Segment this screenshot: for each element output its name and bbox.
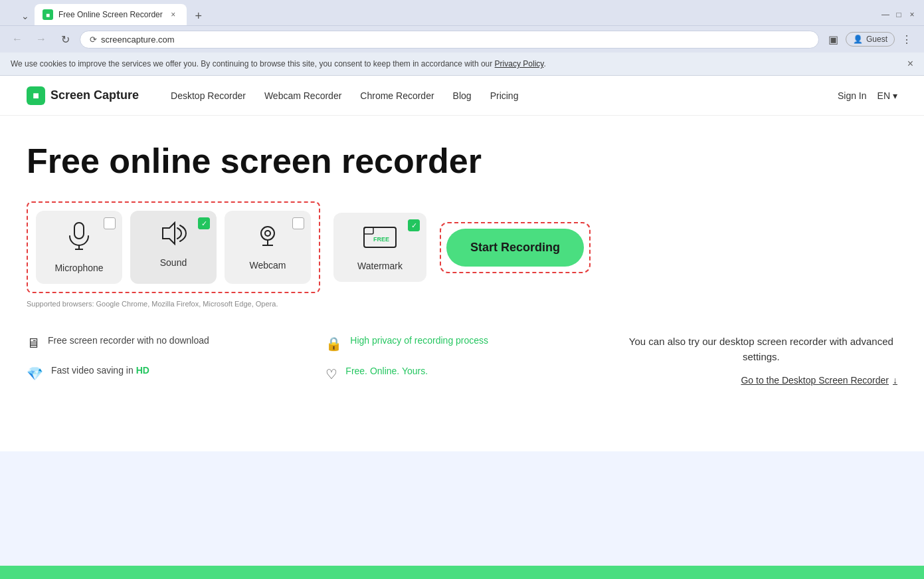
tab-close-button[interactable]: ×	[168, 9, 179, 20]
lock-icon: 🔒	[325, 336, 342, 352]
nav-chrome-recorder[interactable]: Chrome Recorder	[360, 90, 434, 101]
browser-menu-button[interactable]: ⋮	[897, 30, 916, 49]
tab-list-button[interactable]: ⌄	[19, 7, 32, 25]
start-recording-box: Start Recording	[440, 222, 591, 273]
supported-browsers-text: Supported browsers: Google Chrome, Mozil…	[27, 300, 897, 308]
sound-option[interactable]: ✓ Sound	[130, 211, 217, 284]
recording-controls: Microphone ✓ Sound	[27, 201, 897, 293]
signin-link[interactable]: Sign In	[838, 90, 867, 101]
feature-no-download-text: Free screen recorder with no download	[48, 334, 209, 348]
sound-label: Sound	[160, 257, 187, 268]
nav-pricing[interactable]: Pricing	[490, 90, 519, 101]
watermark-option[interactable]: ✓ FREE Watermark	[333, 213, 426, 282]
webcam-label: Webcam	[250, 260, 286, 271]
url-icon: ⟳	[90, 35, 97, 45]
sound-icon	[160, 221, 187, 251]
webcam-option[interactable]: Webcam	[225, 211, 311, 284]
title-bar: ⌄ ■ Free Online Screen Recorder × + — □ …	[0, 0, 924, 25]
page-content: We use cookies to improve the services w…	[0, 53, 924, 451]
window-right-controls: — □ ×	[880, 9, 917, 20]
svg-marker-3	[163, 223, 175, 244]
feature-hd-text: Fast video saving in HD	[51, 364, 149, 378]
chevron-down-icon: ▾	[893, 90, 897, 101]
feature-no-download: 🖥 Free screen recorder with no download	[27, 334, 299, 351]
url-text: screencapture.com	[101, 35, 809, 45]
nav-blog[interactable]: Blog	[453, 90, 472, 101]
reload-button[interactable]: ↻	[56, 30, 74, 49]
back-button[interactable]: ←	[8, 30, 27, 49]
logo-text: Screen Capture	[50, 88, 139, 102]
svg-rect-9	[364, 227, 373, 234]
browser-chrome: ⌄ ■ Free Online Screen Recorder × + — □ …	[0, 0, 924, 53]
guest-profile-button[interactable]: 👤 Guest	[846, 32, 895, 47]
active-tab[interactable]: ■ Free Online Screen Recorder ×	[35, 4, 187, 25]
monitor-icon: 🖥	[27, 336, 40, 351]
tabs-bar: ⌄ ■ Free Online Screen Recorder × +	[12, 4, 875, 25]
url-bar[interactable]: ⟳ screencapture.com	[80, 31, 819, 49]
microphone-checkbox[interactable]	[104, 217, 116, 229]
svg-point-4	[261, 227, 274, 240]
features-section: 🖥 Free screen recorder with no download …	[27, 334, 897, 386]
microphone-option[interactable]: Microphone	[36, 211, 122, 284]
webcam-checkbox[interactable]	[292, 217, 304, 229]
site-logo[interactable]: ■ Screen Capture	[27, 86, 139, 105]
address-bar: ← → ↻ ⟳ screencapture.com ▣ 👤 Guest ⋮	[0, 25, 924, 53]
new-tab-button[interactable]: +	[189, 7, 208, 25]
logo-icon: ■	[27, 86, 45, 105]
feature-free: ♡ Free. Online. Yours.	[325, 365, 598, 382]
desktop-promo-section: You can also try our desktop screen reco…	[625, 334, 897, 386]
features-left: 🖥 Free screen recorder with no download …	[27, 334, 299, 386]
nav-webcam-recorder[interactable]: Webcam Recorder	[264, 90, 341, 101]
watermark-label: Watermark	[357, 261, 403, 271]
feature-hd: 💎 Fast video saving in HD	[27, 364, 299, 382]
desktop-recorder-link[interactable]: Go to the Desktop Screen Recorder ↓	[741, 375, 897, 386]
feature-privacy: 🔒 High privacy of recording process	[325, 334, 598, 352]
profile-icon: 👤	[853, 35, 863, 44]
svg-rect-0	[74, 223, 84, 239]
hero-title: Free online screen recorder	[27, 142, 897, 180]
sidebar-toggle-button[interactable]: ▣	[824, 30, 843, 49]
maximize-button[interactable]: □	[893, 9, 904, 20]
tab-favicon: ■	[43, 9, 53, 20]
desktop-promo-text: You can also try our desktop screen reco…	[625, 334, 897, 364]
nav-actions: Sign In EN ▾	[838, 90, 897, 101]
cookie-text: We use cookies to improve the services w…	[11, 59, 546, 68]
svg-point-5	[265, 231, 270, 236]
sound-checkbox[interactable]: ✓	[198, 217, 210, 229]
features-middle: 🔒 High privacy of recording process ♡ Fr…	[325, 334, 598, 386]
heart-icon: ♡	[325, 366, 337, 382]
main-content: Free online screen recorder	[0, 116, 924, 405]
desktop-link-label: Go to the Desktop Screen Recorder	[741, 375, 889, 386]
forward-button[interactable]: →	[32, 30, 50, 49]
arrow-down-icon: ↓	[893, 375, 897, 386]
cookie-banner: We use cookies to improve the services w…	[0, 53, 924, 76]
privacy-policy-link[interactable]: Privacy Policy	[495, 59, 544, 68]
tab-title-text: Free Online Screen Recorder	[58, 10, 163, 19]
svg-text:FREE: FREE	[373, 236, 389, 243]
close-button[interactable]: ×	[907, 9, 917, 20]
feature-privacy-text: High privacy of recording process	[350, 334, 488, 348]
microphone-icon	[67, 221, 91, 256]
options-box: Microphone ✓ Sound	[27, 201, 320, 293]
watermark-checkbox[interactable]: ✓	[408, 219, 420, 231]
browser-actions: ▣ 👤 Guest ⋮	[824, 30, 916, 49]
microphone-label: Microphone	[54, 263, 103, 273]
lang-label: EN	[878, 90, 890, 101]
nav-desktop-recorder[interactable]: Desktop Recorder	[171, 90, 246, 101]
feature-free-text: Free. Online. Yours.	[345, 365, 428, 378]
minimize-button[interactable]: —	[880, 9, 891, 20]
start-recording-button[interactable]: Start Recording	[446, 229, 584, 267]
site-nav: ■ Screen Capture Desktop Recorder Webcam…	[0, 76, 924, 116]
profile-label: Guest	[866, 35, 887, 44]
language-button[interactable]: EN ▾	[878, 90, 897, 101]
webcam-icon	[254, 221, 281, 253]
diamond-icon: 💎	[27, 366, 43, 382]
watermark-icon: FREE	[363, 223, 397, 254]
nav-links: Desktop Recorder Webcam Recorder Chrome …	[171, 90, 816, 101]
cookie-close-button[interactable]: ×	[907, 58, 913, 70]
